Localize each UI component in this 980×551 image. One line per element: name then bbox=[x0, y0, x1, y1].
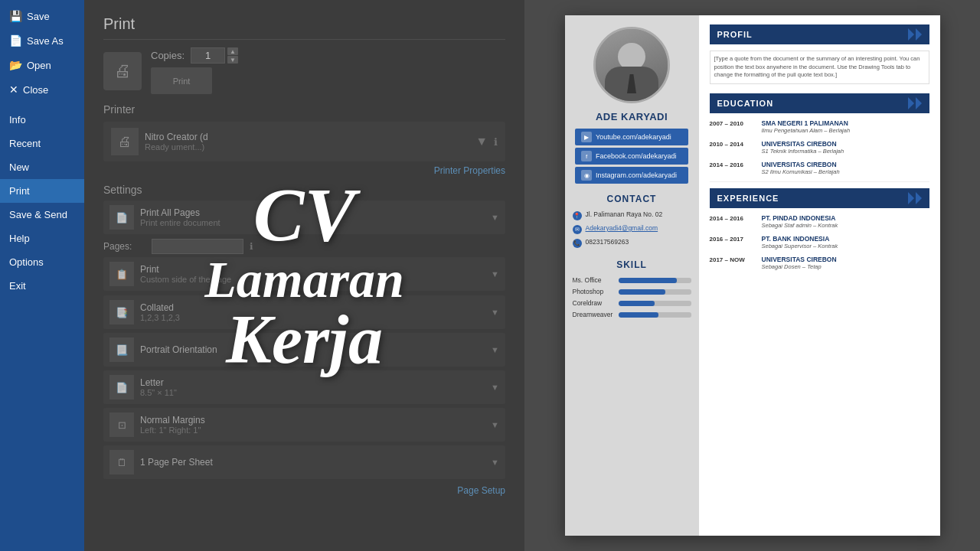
edu-school-0: SMA NEGERI 1 PALIMANAN bbox=[762, 119, 929, 127]
sidebar-item-help[interactable]: Help bbox=[0, 227, 84, 250]
office-sidebar: 💾 Save 📄 Save As 📂 Open ✕ Close Info Rec… bbox=[0, 0, 84, 551]
sidebar-item-new[interactable]: New bbox=[0, 155, 84, 179]
cv-instagram-url: Instagram.com/adekaryadi bbox=[596, 171, 677, 179]
save-as-icon: 📄 bbox=[9, 34, 22, 47]
cv-profile-text: [Type a quote from the document or the s… bbox=[710, 51, 929, 84]
sidebar-item-save-as[interactable]: 📄 Save As bbox=[0, 28, 84, 53]
sidebar-item-close[interactable]: ✕ Close bbox=[0, 77, 84, 102]
sidebar-item-save-send[interactable]: Save & Send bbox=[0, 203, 84, 227]
setting-orientation[interactable]: 📃 Portrait Orientation ▼ bbox=[103, 333, 505, 367]
printer-dropdown-arrow[interactable]: ▼ bbox=[475, 135, 488, 148]
margins-arrow[interactable]: ▼ bbox=[491, 420, 499, 429]
exp-year-0: 2014 – 2016 bbox=[710, 214, 756, 229]
skill-dreamweaver-bar-fill bbox=[619, 312, 658, 318]
setting-print-all[interactable]: 📄 Print All Pages Print entire document … bbox=[103, 201, 505, 234]
copies-down-button[interactable]: ▼ bbox=[227, 56, 238, 64]
cv-right-column: PROFIL [Type a quote from the document o… bbox=[699, 15, 940, 536]
cv-education-title: EDUCATION bbox=[717, 99, 774, 108]
exp-desc-1: Sebagai Supervisor – Kontrak bbox=[762, 243, 929, 249]
save-icon: 💾 bbox=[9, 10, 22, 22]
edu-details-2: UNIVERSITAS CIREBON S2 Ilmu Komunikasi –… bbox=[762, 161, 929, 175]
skill-msoffice-bar-fill bbox=[619, 278, 677, 283]
copies-input[interactable] bbox=[191, 47, 225, 64]
one-side-label: Print bbox=[140, 264, 485, 275]
setting-paper[interactable]: 📄 Letter 8.5" × 11" ▼ bbox=[103, 370, 505, 404]
printer-name: Nitro Creator (d bbox=[145, 132, 469, 142]
cv-education-header: EDUCATION bbox=[710, 93, 929, 113]
sidebar-item-info[interactable]: Info bbox=[0, 108, 84, 132]
sidebar-item-print[interactable]: Print bbox=[0, 179, 84, 203]
sidebar-item-options[interactable]: Options bbox=[0, 250, 84, 274]
collated-label: Collated bbox=[140, 302, 485, 313]
sidebar-item-save[interactable]: 💾 Save bbox=[0, 4, 84, 28]
exp-company-1: PT. BANK INDONESIA bbox=[762, 235, 929, 243]
print-button[interactable]: Print bbox=[151, 67, 212, 94]
skill-dreamweaver-bar-bg bbox=[619, 312, 691, 318]
cv-email: Adekaryadi4@gmail.com bbox=[586, 224, 658, 232]
cv-exp-item-0: 2014 – 2016 PT. PINDAD INDONESIA Sebagai… bbox=[710, 214, 929, 229]
pages-per-sheet-arrow[interactable]: ▼ bbox=[491, 458, 499, 467]
sidebar-item-recent[interactable]: Recent bbox=[0, 132, 84, 155]
exp-details-0: PT. PINDAD INDONESIA Sebagai Staf admin … bbox=[762, 214, 929, 229]
one-side-icon: 📋 bbox=[109, 262, 134, 286]
exp-company-0: PT. PINDAD INDONESIA bbox=[762, 214, 929, 222]
setting-pages-per-sheet[interactable]: 🗒 1 Page Per Sheet ▼ bbox=[103, 445, 505, 479]
cv-left-column: ADE KARYADI ▶ Youtube.com/adekaryadi f F… bbox=[565, 15, 699, 536]
printer-status: Ready ument...) bbox=[145, 142, 469, 152]
pages-info-icon: ℹ bbox=[250, 241, 253, 252]
cv-edu-item-2: 2014 – 2016 UNIVERSITAS CIREBON S2 Ilmu … bbox=[710, 161, 929, 175]
pages-input[interactable] bbox=[152, 239, 243, 254]
experience-chevrons bbox=[908, 192, 922, 204]
paper-icon: 📄 bbox=[109, 375, 134, 399]
edu-desc-2: S2 Ilmu Komunikasi – Berlajah bbox=[762, 168, 929, 175]
exp-details-1: PT. BANK INDONESIA Sebagai Supervisor – … bbox=[762, 235, 929, 249]
setting-collated[interactable]: 📑 Collated 1,2,3 1,2,3 ▼ bbox=[103, 295, 505, 329]
skill-dreamweaver-name: Dreamweaver bbox=[573, 311, 615, 318]
printer-row[interactable]: 🖨 Nitro Creator (d Ready ument...) ▼ ℹ bbox=[103, 122, 505, 161]
setting-print-all-arrow[interactable]: ▼ bbox=[491, 213, 499, 222]
copies-up-button[interactable]: ▲ bbox=[227, 47, 238, 55]
cv-youtube-btn: ▶ Youtube.com/adekaryadi bbox=[575, 129, 688, 145]
cv-name: ADE KARYADI bbox=[596, 111, 668, 122]
paper-arrow[interactable]: ▼ bbox=[491, 383, 499, 392]
edu-desc-1: S1 Teknik Informatika – Berlajah bbox=[762, 148, 929, 155]
collated-sub: 1,2,3 1,2,3 bbox=[140, 313, 485, 322]
chev2 bbox=[916, 28, 922, 41]
orientation-arrow[interactable]: ▼ bbox=[491, 345, 499, 354]
copies-label: Copies: bbox=[151, 50, 185, 61]
cv-youtube-url: Youtube.com/adekaryadi bbox=[596, 133, 671, 141]
sidebar-item-open[interactable]: 📂 Open bbox=[0, 53, 84, 77]
cv-edu-item-1: 2010 – 2014 UNIVERSITAS CIREBON S1 Tekni… bbox=[710, 140, 929, 155]
printer-device-icon: 🖨 bbox=[111, 128, 139, 155]
collated-arrow[interactable]: ▼ bbox=[491, 308, 499, 317]
printer-info-icon[interactable]: ℹ bbox=[494, 136, 498, 148]
setting-margins[interactable]: ⊡ Normal Margins Left: 1" Right: 1" ▼ bbox=[103, 408, 505, 442]
cv-edu-item-0: 2007 – 2010 SMA NEGERI 1 PALIMANAN Ilmu … bbox=[710, 119, 929, 134]
cv-facebook-btn: f Facebook.com/adekaryadi bbox=[575, 148, 688, 165]
print-all-icon: 📄 bbox=[109, 205, 134, 230]
skill-coreldraw-name: Coreldraw bbox=[573, 299, 615, 307]
cv-profil-header: PROFIL bbox=[710, 24, 929, 44]
setting-one-side[interactable]: 📋 Print Custom side of the page ▼ bbox=[103, 257, 505, 291]
phone-icon: 📞 bbox=[573, 239, 582, 248]
sidebar-item-exit[interactable]: Exit bbox=[0, 274, 84, 298]
page-setup-link[interactable]: Page Setup bbox=[103, 485, 505, 496]
printer-properties-link[interactable]: Printer Properties bbox=[103, 165, 505, 176]
cv-skill-coreldraw: Coreldraw bbox=[565, 299, 699, 307]
chev1 bbox=[908, 28, 914, 41]
skill-coreldraw-bar-fill bbox=[619, 301, 655, 306]
cv-contact-phone-row: 📞 082317569263 bbox=[565, 238, 699, 248]
skill-coreldraw-bar-bg bbox=[619, 301, 691, 306]
address-icon: 📍 bbox=[573, 211, 582, 220]
cv-skill-dreamweaver: Dreamweaver bbox=[565, 311, 699, 318]
instagram-icon: ◉ bbox=[581, 170, 592, 181]
setting-print-all-label: Print All Pages bbox=[140, 207, 485, 218]
edu-divider bbox=[710, 181, 929, 182]
margins-icon: ⊡ bbox=[109, 412, 134, 437]
one-side-arrow[interactable]: ▼ bbox=[491, 269, 499, 279]
education-chevrons bbox=[908, 97, 922, 109]
print-icon-row: 🖨 Copies: ▲ ▼ Print bbox=[103, 47, 505, 94]
profil-chevrons bbox=[908, 28, 922, 41]
paper-label: Letter bbox=[140, 377, 485, 388]
edu-details-1: UNIVERSITAS CIREBON S1 Teknik Informatik… bbox=[762, 140, 929, 155]
